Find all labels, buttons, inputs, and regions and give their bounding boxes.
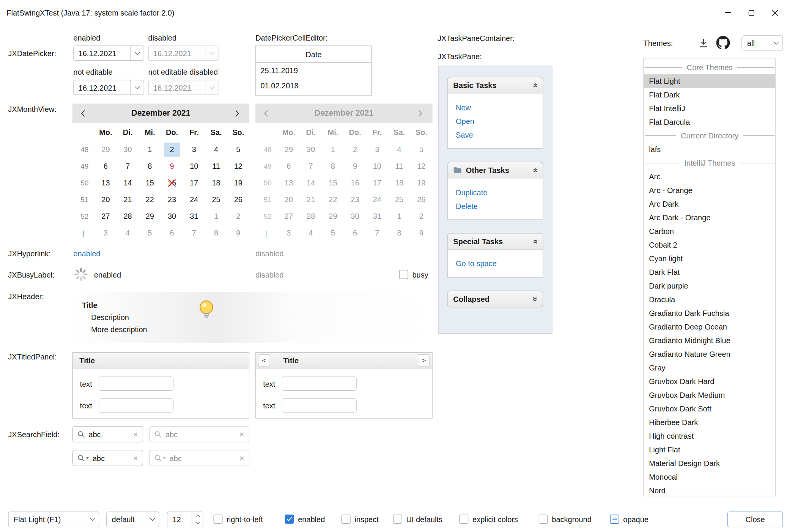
theme-list-item[interactable]: lafs bbox=[644, 143, 776, 156]
table-row[interactable]: 25.11.2019 bbox=[256, 63, 371, 78]
theme-list-item[interactable]: Gruvbox Dark Soft bbox=[644, 402, 776, 416]
clear-icon[interactable]: × bbox=[239, 430, 244, 439]
theme-list-item[interactable]: Gradianto Deep Ocean bbox=[644, 320, 776, 334]
day-cell[interactable]: 20 bbox=[94, 191, 116, 208]
day-cell[interactable]: 22 bbox=[139, 191, 161, 208]
double-chevron-up-icon[interactable]: » bbox=[530, 239, 540, 244]
taskpane-link[interactable]: New bbox=[456, 100, 543, 114]
day-cell[interactable]: 15 bbox=[139, 174, 161, 191]
day-cell[interactable]: 19 bbox=[227, 174, 249, 191]
clear-icon[interactable]: × bbox=[239, 454, 244, 462]
day-cell[interactable]: 2 bbox=[161, 141, 183, 158]
scroll-right-button[interactable]: > bbox=[418, 354, 430, 366]
day-cell[interactable]: 4 bbox=[117, 224, 139, 241]
day-cell[interactable]: 4 bbox=[205, 141, 227, 158]
day-cell[interactable]: 1 bbox=[139, 141, 161, 158]
day-cell[interactable]: 18 bbox=[205, 174, 227, 191]
theme-list-item[interactable]: Cyan light bbox=[644, 252, 776, 265]
download-icon[interactable] bbox=[697, 37, 710, 49]
checkbox-box[interactable] bbox=[342, 515, 351, 524]
text-input[interactable] bbox=[99, 377, 173, 391]
checkbox-background[interactable]: background bbox=[539, 515, 592, 524]
day-cell[interactable]: 16 bbox=[161, 174, 183, 191]
checkbox-box[interactable] bbox=[459, 515, 468, 524]
theme-list-item[interactable]: Flat IntelliJ bbox=[644, 102, 776, 115]
checkbox-enabled[interactable]: enabled bbox=[285, 515, 325, 524]
text-input[interactable] bbox=[99, 398, 173, 412]
day-cell[interactable]: 7 bbox=[117, 158, 139, 174]
taskpane-header[interactable]: Other Tasks» bbox=[447, 162, 543, 179]
day-cell[interactable]: 6 bbox=[94, 158, 116, 174]
search-field[interactable]: abc× bbox=[72, 450, 143, 466]
day-cell[interactable]: 3 bbox=[94, 224, 116, 241]
spinner-up-button[interactable] bbox=[192, 512, 203, 519]
theme-filter-combo[interactable]: all bbox=[741, 35, 783, 50]
theme-list-item[interactable]: Gruvbox Dark Medium bbox=[644, 388, 776, 402]
day-cell[interactable]: 3 bbox=[183, 141, 205, 158]
checkbox-box[interactable] bbox=[393, 515, 402, 524]
day-cell[interactable]: 2 bbox=[227, 208, 249, 224]
taskpane-link[interactable]: Open bbox=[456, 114, 543, 128]
minimize-button[interactable] bbox=[716, 0, 740, 25]
text-input[interactable] bbox=[282, 377, 357, 391]
next-month-button[interactable] bbox=[234, 109, 241, 118]
theme-list-item[interactable]: Arc bbox=[644, 170, 776, 184]
checkbox-box[interactable] bbox=[399, 270, 408, 279]
day-cell[interactable]: 31 bbox=[183, 208, 205, 224]
taskpane-link[interactable]: Go to space bbox=[456, 257, 543, 270]
spinner-down-button[interactable] bbox=[192, 519, 203, 527]
day-cell[interactable]: 10 bbox=[183, 158, 205, 174]
day-cell[interactable]: 9 bbox=[227, 224, 249, 241]
theme-list-item[interactable]: Gruvbox Dark Hard bbox=[644, 375, 776, 388]
maximize-button[interactable] bbox=[740, 0, 763, 25]
theme-list-item[interactable]: Monocai bbox=[644, 470, 776, 484]
github-icon[interactable] bbox=[716, 36, 730, 50]
text-input[interactable] bbox=[282, 398, 357, 412]
theme-list-item[interactable]: Dark purple bbox=[644, 279, 776, 293]
day-cell[interactable]: 7 bbox=[183, 224, 205, 241]
taskpane-header[interactable]: Basic Tasks» bbox=[447, 77, 543, 94]
day-cell[interactable]: 8 bbox=[139, 158, 161, 174]
day-cell[interactable]: 30 bbox=[161, 208, 183, 224]
taskpane-link[interactable]: Save bbox=[456, 128, 543, 141]
theme-list-item[interactable]: Light Flat bbox=[644, 443, 776, 457]
previous-month-button[interactable] bbox=[80, 109, 88, 118]
style-combo[interactable]: default bbox=[106, 512, 159, 527]
checkbox-ui-defaults[interactable]: UI defaults bbox=[393, 515, 442, 524]
search-field[interactable]: abc× bbox=[72, 426, 143, 443]
taskpane-link[interactable]: Duplicate bbox=[456, 185, 543, 199]
clear-icon[interactable]: × bbox=[133, 454, 138, 462]
taskpane-link[interactable]: Delete bbox=[456, 199, 543, 213]
taskpane-header[interactable]: Special Tasks» bbox=[447, 233, 543, 250]
day-cell[interactable]: 8 bbox=[205, 224, 227, 241]
search-with-menu-icon[interactable] bbox=[154, 454, 166, 462]
taskpane-header[interactable]: Collapsed» bbox=[447, 290, 543, 307]
scroll-left-button[interactable]: < bbox=[258, 354, 270, 366]
checkbox-right-to-left[interactable]: right-to-left bbox=[214, 515, 263, 524]
close-window-button[interactable] bbox=[763, 0, 787, 25]
checkbox-box[interactable] bbox=[610, 515, 619, 524]
day-cell[interactable]: 1 bbox=[205, 208, 227, 224]
theme-list-item[interactable]: Arc - Orange bbox=[644, 184, 776, 197]
checkbox-box[interactable] bbox=[214, 515, 223, 524]
theme-list-item[interactable]: Material Design Dark bbox=[644, 457, 776, 470]
day-cell[interactable]: 24 bbox=[183, 191, 205, 208]
theme-list-item[interactable]: Arc Dark - Orange bbox=[644, 211, 776, 224]
day-cell[interactable]: 29 bbox=[139, 208, 161, 224]
day-cell[interactable]: 5 bbox=[139, 224, 161, 241]
theme-list-item[interactable]: Flat Darcula bbox=[644, 115, 776, 129]
day-cell[interactable]: 6 bbox=[161, 224, 183, 241]
day-cell[interactable]: 25 bbox=[205, 191, 227, 208]
calendar-dropdown-button[interactable] bbox=[130, 46, 144, 60]
theme-list-item[interactable]: Cobalt 2 bbox=[644, 238, 776, 252]
theme-list-item[interactable]: Gradianto Nature Green bbox=[644, 347, 776, 361]
day-cell[interactable]: 21 bbox=[117, 191, 139, 208]
checkbox-busy[interactable]: busy bbox=[399, 270, 428, 279]
theme-list-item[interactable]: Gradianto Dark Fuchsia bbox=[644, 306, 776, 320]
theme-list-item[interactable]: Dracula bbox=[644, 293, 776, 306]
hyperlink-enabled[interactable]: enabled bbox=[73, 249, 100, 258]
day-cell[interactable]: 17 bbox=[183, 174, 205, 191]
theme-list-item[interactable]: Flat Light bbox=[644, 74, 776, 88]
theme-list-item[interactable]: Arc Dark bbox=[644, 197, 776, 211]
checkbox-explicit-colors[interactable]: explicit colors bbox=[459, 515, 518, 524]
